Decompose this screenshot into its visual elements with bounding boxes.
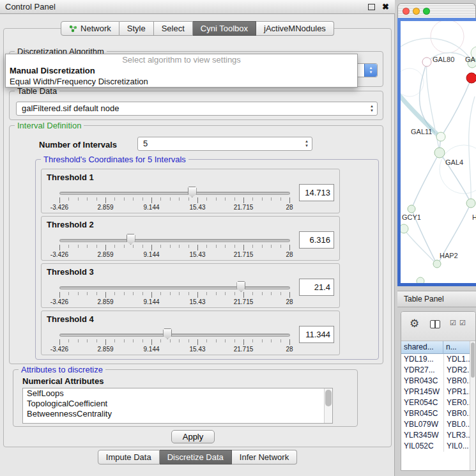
cell-shared-name[interactable]: YDL19... xyxy=(401,354,443,365)
tab-style[interactable]: Style xyxy=(119,21,154,36)
cell-shared-name[interactable]: YDR27... xyxy=(401,365,443,376)
threshold-1-slider-thumb[interactable] xyxy=(188,187,197,197)
cell-name[interactable]: YPR1... xyxy=(443,387,471,397)
table-row[interactable]: YER054C YER0... xyxy=(401,397,471,408)
gear-icon[interactable]: ⚙ xyxy=(410,318,419,330)
table-row[interactable]: YLR345W YLR3... xyxy=(401,430,471,441)
window-title: Control Panel xyxy=(5,0,56,14)
cell-shared-name[interactable]: YIL052C xyxy=(401,441,443,452)
tab-infer-network[interactable]: Infer Network xyxy=(232,450,297,464)
column-header-shared-name[interactable]: shared... xyxy=(401,341,443,354)
cell-shared-name[interactable]: YLR345W xyxy=(401,430,443,441)
arrow-up-icon: ▲ xyxy=(369,66,373,70)
threshold-2-value-field[interactable]: 6.316 xyxy=(299,231,334,249)
threshold-4-value-field[interactable]: 11.344 xyxy=(299,326,334,343)
table-data-combobox[interactable]: galFiltered.sif default node ▲ ▼ xyxy=(16,102,378,116)
cell-name[interactable]: YDL1... xyxy=(443,354,471,365)
apply-button[interactable]: Apply xyxy=(171,430,215,443)
close-icon[interactable]: ✖ xyxy=(382,1,389,13)
cell-shared-name[interactable]: YBL079W xyxy=(401,419,443,430)
svg-text:HAP2: HAP2 xyxy=(440,252,458,259)
table-row[interactable]: YDR27... YDR2... xyxy=(401,365,471,376)
scrollbar-thumb[interactable] xyxy=(471,342,475,378)
svg-text:GAL4: GAL4 xyxy=(445,158,463,166)
cell-name[interactable]: YLR3... xyxy=(443,430,471,441)
network-window-titlebar[interactable] xyxy=(397,3,476,18)
tick-label: 9.144 xyxy=(143,204,159,211)
threshold-4-slider-track[interactable] xyxy=(59,334,290,337)
table-scrollbar[interactable] xyxy=(470,341,475,470)
cell-name[interactable]: YBR0... xyxy=(443,408,471,419)
threshold-4-slider-thumb[interactable] xyxy=(163,328,172,339)
cell-shared-name[interactable]: YBR043C xyxy=(401,376,443,387)
zoom-traffic-light[interactable] xyxy=(423,8,430,15)
list-item[interactable]: SelfLoops xyxy=(23,388,332,399)
close-traffic-light[interactable] xyxy=(403,8,410,15)
table-row[interactable]: YDL19... YDL1... xyxy=(401,354,471,365)
cell-name[interactable]: YDR2... xyxy=(443,365,471,376)
table-row[interactable]: YBL079W YBL0... xyxy=(401,419,471,430)
control-panel-titlebar[interactable]: Control Panel ✖ xyxy=(0,0,395,14)
cell-name[interactable]: YBR0... xyxy=(443,376,471,387)
popup-option-manual-discretization[interactable]: Manual Discretization xyxy=(6,65,357,76)
tab-infer-network-label: Infer Network xyxy=(240,450,289,464)
threshold-1-value-field[interactable]: 14.713 xyxy=(299,184,334,201)
cell-name[interactable]: YER0... xyxy=(443,397,471,408)
network-view-window: GAL80GAGAL11GAL4GCY1HHAP2 xyxy=(397,3,476,286)
cell-shared-name[interactable]: YPR145W xyxy=(401,387,443,397)
network-icon xyxy=(69,25,77,33)
svg-text:H: H xyxy=(472,213,476,221)
table-panel-header[interactable]: Table Panel xyxy=(397,291,476,307)
tab-select[interactable]: Select xyxy=(154,21,193,36)
threshold-3-slider-track[interactable] xyxy=(59,286,290,289)
tab-jactivemnodules[interactable]: jActiveMNodules xyxy=(256,21,334,36)
scrollbar-thumb[interactable] xyxy=(325,390,332,406)
table-row[interactable]: YBR043C YBR0... xyxy=(401,376,471,387)
threshold-1-slider-track[interactable] xyxy=(59,192,290,195)
threshold-2-slider-track[interactable] xyxy=(59,239,290,242)
tab-network[interactable]: Network xyxy=(61,21,119,36)
tick-label: 2.859 xyxy=(97,346,113,353)
threshold-3-slider-thumb[interactable] xyxy=(236,281,245,292)
numerical-attributes-list[interactable]: SelfLoopsTopologicalCoefficientBetweenne… xyxy=(22,388,333,424)
table-row[interactable]: YPR145W YPR1... xyxy=(401,387,471,397)
svg-text:GA: GA xyxy=(465,56,476,63)
tab-impute-data[interactable]: Impute Data xyxy=(98,450,160,464)
minimize-traffic-light[interactable] xyxy=(413,8,420,15)
tick-label: -3.426 xyxy=(50,251,68,258)
threshold-2-slider-thumb[interactable] xyxy=(127,234,135,245)
columns-icon[interactable] xyxy=(430,320,440,328)
cell-shared-name[interactable]: YBR045C xyxy=(401,408,443,419)
select-columns-checkbox-icons[interactable]: ☑ ☑ xyxy=(450,319,466,327)
popup-option-equal-width-frequency[interactable]: Equal Width/Frequency Discretization xyxy=(6,76,357,87)
number-of-intervals-combobox[interactable]: 5 ▲ ▼ xyxy=(137,137,312,151)
combobox-arrow-button[interactable]: ▲ ▼ xyxy=(364,64,377,77)
tick-label: -3.426 xyxy=(50,298,68,305)
threshold-4-label: Threshold 4 xyxy=(47,314,94,324)
cell-name[interactable]: YBL0... xyxy=(443,419,471,430)
cell-shared-name[interactable]: YER054C xyxy=(401,397,443,408)
table-row[interactable]: YIL052C YIL0... xyxy=(401,441,471,452)
slider-ticks xyxy=(59,197,290,203)
tab-impute-data-label: Impute Data xyxy=(106,450,151,464)
column-header-name[interactable]: n... xyxy=(443,341,471,354)
table-row[interactable]: YBR045C YBR0... xyxy=(401,408,471,419)
tab-discretize-data[interactable]: Discretize Data xyxy=(160,450,232,464)
network-canvas[interactable]: GAL80GAGAL11GAL4GCY1HHAP2 xyxy=(401,21,476,283)
list-item[interactable]: BetweennessCentrality xyxy=(23,409,332,419)
arrow-up-icon: ▲ xyxy=(305,139,309,144)
popup-prompt-item: Select algorithm to view settings xyxy=(6,54,357,65)
list-item[interactable]: TopologicalCoefficient xyxy=(23,399,332,409)
threshold-3-value-field[interactable]: 21.4 xyxy=(299,279,334,296)
interval-definition-group-title: Interval Definition xyxy=(15,121,84,130)
network-graph[interactable]: GAL80GAGAL11GAL4GCY1HHAP2 xyxy=(401,21,476,283)
attributes-list-scrollbar[interactable] xyxy=(324,388,332,423)
float-window-icon[interactable] xyxy=(368,4,375,10)
tick-label: 2.859 xyxy=(97,298,113,305)
network-view-frame: GAL80GAGAL11GAL4GCY1HHAP2 xyxy=(397,18,476,286)
table-data-group: Table Data galFiltered.sif default node … xyxy=(9,91,383,120)
tick-label: -3.426 xyxy=(50,346,68,353)
cell-name[interactable]: YIL0... xyxy=(443,441,471,452)
tab-cyni-toolbox[interactable]: Cyni Toolbox xyxy=(193,21,256,36)
updown-arrows-icon: ▲ ▼ xyxy=(370,104,374,113)
